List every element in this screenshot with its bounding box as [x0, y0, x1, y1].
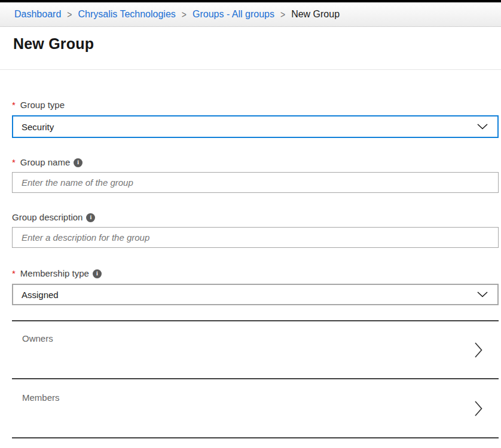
- breadcrumb-groups-all-groups[interactable]: Groups - All groups: [193, 9, 274, 20]
- required-asterisk: *: [12, 99, 16, 111]
- membership-type-select[interactable]: Assigned: [12, 284, 499, 305]
- breadcrumb: Dashboard > Chrysalis Technologies > Gro…: [0, 2, 501, 27]
- breadcrumb-separator-icon: >: [182, 9, 187, 20]
- info-icon[interactable]: i: [93, 269, 102, 278]
- page-header: New Group: [0, 27, 501, 70]
- group-description-input[interactable]: [12, 227, 499, 248]
- breadcrumb-separator-icon: >: [280, 9, 285, 20]
- chevron-down-icon: [477, 291, 488, 297]
- section-divider: [12, 437, 499, 438]
- members-row[interactable]: Members: [12, 379, 499, 437]
- group-type-selected-value: Security: [22, 122, 54, 132]
- group-name-label-text: Group name: [20, 157, 70, 168]
- member-selection-rows: Owners Members: [12, 320, 499, 438]
- info-icon[interactable]: i: [74, 158, 83, 167]
- required-asterisk: *: [12, 268, 16, 280]
- membership-type-selected-value: Assigned: [22, 290, 59, 300]
- breadcrumb-chrysalis-technologies[interactable]: Chrysalis Technologies: [78, 9, 175, 20]
- group-type-select[interactable]: Security: [12, 115, 499, 138]
- group-type-label: * Group type: [12, 99, 499, 111]
- breadcrumb-separator-icon: >: [67, 9, 72, 20]
- page-title: New Group: [13, 34, 488, 53]
- group-description-label-text: Group description: [12, 211, 83, 223]
- membership-type-label: * Membership type i: [12, 268, 499, 280]
- owners-row-label: Owners: [22, 333, 53, 343]
- group-name-input[interactable]: [12, 172, 499, 193]
- chevron-right-icon: [474, 400, 483, 418]
- new-group-form: * Group type Security * Group name i Gro…: [0, 99, 501, 438]
- owners-row[interactable]: Owners: [12, 321, 499, 378]
- chevron-right-icon: [474, 341, 483, 359]
- group-type-label-text: Group type: [20, 99, 65, 111]
- required-asterisk: *: [12, 157, 16, 168]
- group-name-label: * Group name i: [12, 157, 499, 168]
- group-description-label: Group description i: [12, 211, 499, 223]
- breadcrumb-dashboard[interactable]: Dashboard: [14, 9, 61, 20]
- membership-type-label-text: Membership type: [20, 268, 89, 280]
- members-row-label: Members: [22, 392, 60, 403]
- breadcrumb-new-group: New Group: [291, 9, 340, 20]
- chevron-down-icon: [477, 124, 488, 130]
- info-icon[interactable]: i: [86, 213, 95, 222]
